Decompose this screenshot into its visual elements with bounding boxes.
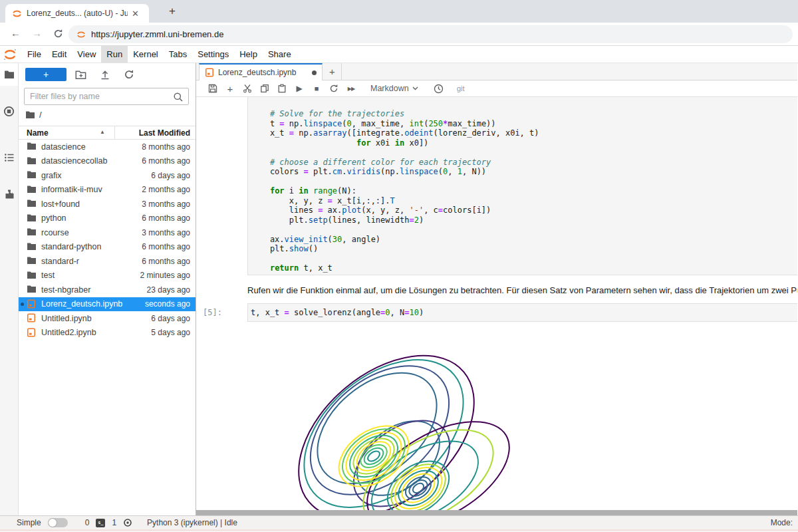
file-row-standard-r[interactable]: standard-r6 months ago xyxy=(19,254,196,269)
breadcrumb-root: / xyxy=(39,110,42,120)
back-icon[interactable]: ← xyxy=(11,27,21,39)
unsaved-dot-icon[interactable] xyxy=(312,70,317,75)
folder-icon xyxy=(27,213,37,223)
terminal-icon[interactable]: s_ xyxy=(96,519,105,527)
stop-kernel-icon[interactable]: ■ xyxy=(308,82,325,95)
new-notebook-tab-button[interactable]: + xyxy=(323,63,342,80)
list-icon xyxy=(4,153,15,162)
document-tabbar: Lorenz_deutsch.ipynb + xyxy=(196,63,797,80)
paste-cell-icon[interactable] xyxy=(273,82,291,95)
reload-icon[interactable] xyxy=(53,29,63,39)
menu-help[interactable]: Help xyxy=(234,46,263,63)
sidebar-tab-running[interactable] xyxy=(0,100,18,122)
folder-icon xyxy=(27,227,37,237)
kernel-status[interactable]: Python 3 (ipykernel) | Idle xyxy=(147,518,237,527)
folder-icon xyxy=(27,242,37,252)
notebook-tab-label: Lorenz_deutsch.ipynb xyxy=(218,68,296,77)
column-name[interactable]: Name xyxy=(27,128,49,138)
run-cell-icon[interactable]: ▶ xyxy=(291,82,308,95)
notebook-icon xyxy=(27,299,37,309)
notebook-tab[interactable]: Lorenz_deutsch.ipynb xyxy=(199,63,323,80)
terminals-count: 0 xyxy=(85,518,90,527)
notebook-panel: Lorenz_deutsch.ipynb + + ▶ ■ ▶▶ Markdown… xyxy=(196,63,797,515)
new-folder-icon[interactable] xyxy=(75,69,86,80)
file-row-informatik-ii-muv[interactable]: informatik-ii-muv2 months ago xyxy=(19,183,196,198)
file-row-Untitled2.ipynb[interactable]: Untitled2.ipynb5 days ago xyxy=(19,326,196,340)
notebook-content: # Solve for the trajectories t = np.lins… xyxy=(196,97,797,510)
mode-label: Mode: xyxy=(771,518,793,527)
jupyter-logo-icon xyxy=(3,48,17,61)
lorenz-plot-output xyxy=(196,325,797,510)
puzzle-icon xyxy=(4,189,15,200)
cut-cell-icon[interactable] xyxy=(239,82,256,95)
cell-type-dropdown[interactable]: Markdown xyxy=(370,84,418,93)
horizontal-scrollbar[interactable] xyxy=(196,510,797,515)
kernels-count: 1 xyxy=(112,518,116,527)
browser-tab[interactable]: Lorenz_deuts... (auto-U) - Jupyter ✕ xyxy=(5,4,149,23)
insert-cell-icon[interactable]: + xyxy=(221,82,239,95)
code-cell-5-input[interactable]: t, x_t = solve_lorenz(angle=0, N=10) xyxy=(247,303,797,322)
markdown-cell[interactable]: Rufen wir die Funktion einmal auf, um di… xyxy=(247,285,797,299)
folder-icon xyxy=(27,271,37,281)
sidebar-tab-filebrowser[interactable] xyxy=(0,63,18,86)
restart-kernel-icon[interactable] xyxy=(325,82,342,95)
file-row-python[interactable]: python6 months ago xyxy=(19,211,196,226)
execution-prompt: [5]: xyxy=(203,308,222,317)
filter-files-input[interactable] xyxy=(30,89,170,104)
menu-edit[interactable]: Edit xyxy=(47,46,72,63)
file-row-datasciencecollab[interactable]: datasciencecollab6 months ago xyxy=(19,154,196,169)
file-row-test-nbgraber[interactable]: test-nbgraber23 days ago xyxy=(19,283,196,297)
file-row-grafix[interactable]: grafix6 days ago xyxy=(19,168,196,183)
sort-asc-icon[interactable]: ▲ xyxy=(100,129,105,135)
upload-icon[interactable] xyxy=(100,69,110,80)
url-text: https://jupyter.zmml.uni-bremen.de xyxy=(91,29,223,39)
history-clock-icon[interactable] xyxy=(430,82,448,95)
menu-tabs[interactable]: Tabs xyxy=(164,46,192,63)
menu-share[interactable]: Share xyxy=(263,46,297,63)
url-field[interactable]: https://jupyter.zmml.uni-bremen.de xyxy=(68,25,793,43)
folder-icon xyxy=(25,110,35,119)
breadcrumb[interactable]: / xyxy=(25,110,42,120)
file-row-Lorenz_deutsch.ipynb[interactable]: Lorenz_deutsch.ipynbseconds ago xyxy=(19,297,196,312)
menu-view[interactable]: View xyxy=(72,46,101,63)
menu-settings[interactable]: Settings xyxy=(192,46,234,63)
forward-icon[interactable]: → xyxy=(32,27,42,39)
file-row-standard-python[interactable]: standard-python6 months ago xyxy=(19,240,196,255)
sidebar-tab-toc[interactable] xyxy=(0,146,18,169)
scrollbar-thumb[interactable] xyxy=(196,510,797,515)
simple-mode-label: Simple xyxy=(17,518,41,527)
git-label: git xyxy=(457,84,465,92)
folder-icon xyxy=(27,199,37,209)
menu-kernel[interactable]: Kernel xyxy=(128,46,164,63)
file-list-header: Name ▲ Last Modified xyxy=(19,126,196,140)
new-launcher-button[interactable]: + xyxy=(25,68,66,81)
folder-icon xyxy=(27,285,37,295)
jupyterlab-menubar: FileEditViewRunKernelTabsSettingsHelpSha… xyxy=(0,46,798,63)
file-row-lost+found[interactable]: lost+found3 months ago xyxy=(19,197,196,211)
save-icon[interactable] xyxy=(204,82,221,95)
column-divider xyxy=(114,126,115,140)
simple-mode-toggle[interactable] xyxy=(48,518,68,527)
restart-run-all-icon[interactable]: ▶▶ xyxy=(342,82,360,95)
code-cell[interactable]: # Solve for the trajectories t = np.lins… xyxy=(247,97,797,275)
menubar-items: FileEditViewRunKernelTabsSettingsHelpSha… xyxy=(22,46,297,63)
folder-icon xyxy=(27,185,37,195)
search-icon xyxy=(173,92,184,102)
file-row-test[interactable]: test2 minutes ago xyxy=(19,269,196,283)
kernel-icon[interactable] xyxy=(123,518,132,527)
refresh-icon[interactable] xyxy=(124,69,134,80)
menu-file[interactable]: File xyxy=(22,46,47,63)
column-last-modified[interactable]: Last Modified xyxy=(139,128,190,138)
tab-close-icon[interactable]: ✕ xyxy=(132,9,139,19)
copy-cell-icon[interactable] xyxy=(256,82,273,95)
new-tab-button[interactable]: + xyxy=(165,5,180,19)
file-row-Untitled.ipynb[interactable]: Untitled.ipynb6 days ago xyxy=(19,311,196,326)
sidebar-tab-extensions[interactable] xyxy=(0,183,18,205)
folder-icon xyxy=(27,256,37,266)
file-row-rcourse[interactable]: rcourse3 months ago xyxy=(19,225,196,240)
activity-bar xyxy=(0,63,19,515)
bottom-strip xyxy=(0,529,798,531)
folder-icon xyxy=(27,156,37,166)
menu-run[interactable]: Run xyxy=(101,46,128,63)
file-row-datascience[interactable]: datascience8 months ago xyxy=(19,140,196,154)
